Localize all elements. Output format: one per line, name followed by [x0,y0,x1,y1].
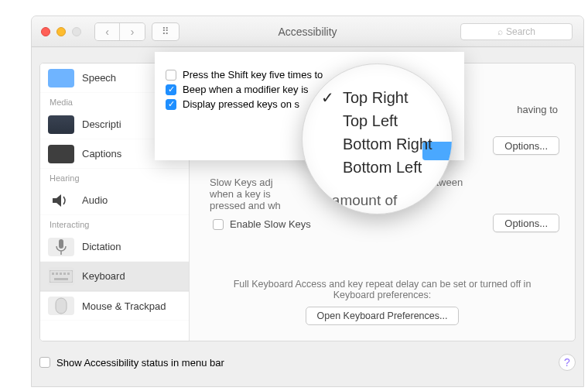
grid-icon: ⠿ [162,26,169,37]
chevron-right-icon: › [131,26,135,38]
forward-button[interactable]: › [120,23,145,40]
help-button[interactable]: ? [559,354,576,371]
menu-item-top-right[interactable]: ✓ Top Right [320,86,444,109]
search-placeholder: Search [506,26,535,37]
checkbox-label: Enable Slow Keys [230,218,311,230]
window-controls [41,27,81,36]
sidebar-item-label: Mouse & Trackpad [82,300,166,312]
menu-item-bottom-left[interactable]: Bottom Left [320,156,444,179]
svg-rect-5 [63,273,66,275]
svg-rect-2 [52,273,54,275]
menu-item-label: Top Right [343,86,409,109]
checkmark-icon: ✓ [320,86,335,109]
show-all-button[interactable]: ⠿ [152,23,179,40]
checkbox-checked-icon: ✓ [166,99,176,110]
zoom-icon[interactable] [72,27,81,36]
sidebar-item-label: Speech [82,72,116,84]
footer-text: Full Keyboard Access and key repeat dela… [190,279,575,300]
sidebar-item-label: Dictation [82,241,121,252]
sidebar-section-interacting: Interacting [40,215,189,232]
speech-bubble-icon [48,69,74,87]
search-icon: ⌕ [497,26,503,37]
microphone-icon [48,238,74,256]
menu-item-bottom-right[interactable]: Bottom Right [320,132,444,156]
speaker-icon [48,191,74,210]
mouse-icon [48,297,74,315]
svg-rect-4 [60,273,62,275]
svg-rect-3 [56,273,58,275]
sidebar-section-hearing: Hearing [40,169,189,186]
sidebar-item-mouse-trackpad[interactable]: Mouse & Trackpad [40,291,189,321]
open-keyboard-preferences-button[interactable]: Open Keyboard Preferences... [306,307,460,325]
keyboard-icon [48,267,74,286]
captions-icon [48,145,74,163]
menu-item-label: Bottom Left [343,156,422,179]
enable-slow-keys-checkbox[interactable]: Enable Slow Keys [213,218,311,230]
checkbox-label: Press the Shift key five times to [183,69,323,81]
sidebar-item-label: Keyboard [82,270,125,282]
svg-rect-8 [56,298,67,314]
position-menu[interactable]: ✓ Top Right Top Left Bottom Right Bottom… [320,86,444,179]
help-icon: ? [564,356,570,369]
titlebar: ‹ › ⠿ Accessibility ⌕ Search [32,16,583,47]
magnifier-lens: s ✓ Top Right Top Left Bottom Right Bott… [302,63,453,214]
svg-rect-7 [54,278,68,280]
checkbox-label: Display pressed keys on s [183,98,299,110]
svg-rect-6 [67,273,70,275]
search-field[interactable]: ⌕ Search [460,23,573,40]
show-status-label: Show Accessibility status in menu bar [56,357,224,369]
sidebar-item-keyboard[interactable]: Keyboard [40,262,189,291]
descriptions-icon [48,115,74,134]
checkbox-icon [213,219,224,230]
slow-keys-options-button[interactable]: Options... [493,214,559,232]
nav-back-forward[interactable]: ‹ › [95,23,145,40]
sticky-desc-trailing: having to [517,104,558,115]
back-button[interactable]: ‹ [95,23,120,40]
keyboard-footer: Full Keyboard Access and key repeat dela… [190,279,575,325]
menu-item-label: Top Left [343,109,398,132]
sticky-keys-options-button[interactable]: Options... [493,136,559,155]
checkbox-checked-icon: ✓ [166,84,176,95]
menu-item-top-left[interactable]: Top Left [320,109,444,132]
svg-rect-1 [50,270,73,283]
chevron-left-icon: ‹ [105,26,109,38]
checkbox-icon [166,70,176,81]
sidebar-item-label: Audio [82,194,108,206]
bottom-bar: Show Accessibility status in menu bar ? [39,351,576,374]
sidebar-item-label: Captions [82,148,121,159]
sidebar-item-dictation[interactable]: Dictation [40,232,189,262]
sidebar-item-label: Descripti [82,118,121,130]
checkbox-label: Beep when a modifier key is [183,84,309,95]
show-status-checkbox[interactable] [39,357,50,368]
svg-rect-0 [59,239,63,249]
minimize-icon[interactable] [56,27,66,36]
menu-item-label: Bottom Right [343,132,432,156]
close-icon[interactable] [41,27,50,36]
sidebar-item-audio[interactable]: Audio [40,186,189,215]
